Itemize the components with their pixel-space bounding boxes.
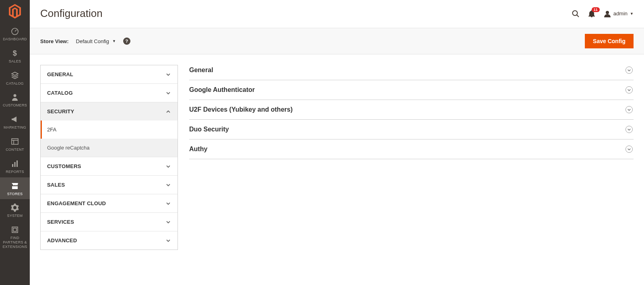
notification-badge: 11 (592, 7, 600, 12)
nav-item-label: SYSTEM (6, 214, 25, 218)
nav-item-label: REPORTS (4, 170, 25, 174)
customers-icon (10, 93, 19, 102)
chevron-down-icon (165, 238, 171, 243)
svg-text:$: $ (13, 49, 17, 57)
expand-icon (625, 146, 633, 153)
config-panels: GeneralGoogle AuthenticatorU2F Devices (… (189, 65, 634, 159)
config-nav-sublist: 2FAGoogle reCaptcha (41, 121, 178, 157)
config-panel-duo[interactable]: Duo Security (189, 120, 634, 139)
expand-icon (625, 67, 633, 74)
save-config-button[interactable]: Save Config (585, 34, 634, 48)
config-panel-general[interactable]: General (189, 65, 634, 80)
nav-item-dashboard[interactable]: DASHBOARD (0, 23, 30, 45)
config-panel-title: General (189, 67, 213, 74)
svg-point-13 (606, 11, 609, 14)
admin-user-menu[interactable]: admin ▼ (604, 10, 634, 17)
config-nav-header-sales[interactable]: SALES (41, 176, 178, 194)
svg-rect-6 (12, 164, 13, 167)
config-nav-group-general: GENERAL (41, 65, 178, 84)
store-view-value: Default Config (76, 38, 109, 44)
config-nav-group-engagement: ENGAGEMENT CLOUD (41, 194, 178, 213)
nav-item-sales[interactable]: $SALES (0, 45, 30, 67)
nav-item-label: FIND PARTNERS & EXTENSIONS (0, 236, 30, 249)
expand-icon (625, 106, 633, 113)
content-columns: GENERALCATALOGSECURITY2FAGoogle reCaptch… (30, 54, 644, 260)
nav-item-marketing[interactable]: MARKETING (0, 111, 30, 133)
config-panel-title: Duo Security (189, 126, 229, 133)
chevron-down-icon (165, 182, 171, 188)
config-nav-group-security: SECURITY2FAGoogle reCaptcha (41, 102, 178, 157)
marketing-icon (10, 115, 19, 124)
nav-item-system[interactable]: SYSTEM (0, 199, 30, 221)
chevron-down-icon (165, 90, 171, 96)
config-nav-header-label: ADVANCED (47, 237, 77, 243)
store-view-label: Store View: (40, 38, 69, 44)
nav-item-label: CUSTOMERS (1, 103, 29, 108)
config-nav-header-services[interactable]: SERVICES (41, 213, 178, 231)
config-panel-google_auth[interactable]: Google Authenticator (189, 80, 634, 100)
config-nav-header-advanced[interactable]: ADVANCED (41, 231, 178, 250)
config-nav-header-label: GENERAL (47, 71, 73, 77)
config-nav-header-label: CUSTOMERS (47, 163, 81, 169)
config-nav-item-2fa[interactable]: 2FA (41, 121, 178, 139)
svg-rect-7 (14, 162, 16, 167)
brand-logo[interactable] (0, 0, 30, 23)
sales-icon: $ (10, 49, 19, 58)
config-nav-header-label: SECURITY (47, 108, 74, 114)
config-nav-group-advanced: ADVANCED (41, 231, 178, 250)
page-title: Configuration (40, 7, 103, 20)
nav-item-stores[interactable]: STORES (0, 177, 30, 200)
catalog-icon (10, 71, 19, 80)
svg-rect-8 (17, 160, 18, 167)
chevron-down-icon (165, 219, 171, 225)
config-nav-header-catalog[interactable]: CATALOG (41, 84, 178, 102)
header-actions: 11 admin ▼ (572, 10, 634, 18)
nav-item-reports[interactable]: REPORTS (0, 155, 30, 177)
help-icon[interactable]: ? (123, 37, 130, 45)
nav-item-catalog[interactable]: CATALOG (0, 67, 30, 89)
nav-item-label: DASHBOARD (1, 37, 29, 42)
user-icon (604, 10, 611, 17)
config-nav-header-security[interactable]: SECURITY (41, 102, 178, 121)
nav-item-label: SALES (7, 59, 23, 64)
nav-item-content[interactable]: CONTENT (0, 133, 30, 155)
config-nav-header-customers[interactable]: CUSTOMERS (41, 157, 178, 175)
config-nav: GENERALCATALOGSECURITY2FAGoogle reCaptch… (40, 65, 178, 250)
content-icon (10, 137, 19, 146)
expand-icon (625, 126, 633, 133)
config-panel-u2f[interactable]: U2F Devices (Yubikey and others) (189, 100, 634, 120)
nav-item-partners[interactable]: FIND PARTNERS & EXTENSIONS (0, 221, 30, 252)
nav-item-label: CATALOG (4, 81, 25, 86)
chevron-up-icon (165, 109, 171, 114)
caret-down-icon: ▼ (630, 12, 634, 16)
store-view-scope: Store View: Default Config ▼ ? (40, 37, 130, 45)
nav-item-label: MARKETING (2, 125, 28, 130)
config-nav-header-label: ENGAGEMENT CLOUD (47, 200, 106, 206)
config-nav-group-services: SERVICES (41, 213, 178, 231)
notifications-bell[interactable]: 11 (588, 10, 596, 18)
config-nav-header-label: SALES (47, 182, 65, 188)
nav-item-customers[interactable]: CUSTOMERS (0, 89, 30, 111)
svg-rect-9 (12, 227, 18, 233)
search-icon[interactable] (572, 10, 580, 18)
chevron-down-icon (165, 72, 171, 77)
svg-point-2 (14, 94, 17, 97)
admin-username: admin (613, 10, 627, 17)
caret-down-icon: ▼ (112, 39, 116, 43)
system-icon (10, 203, 19, 212)
config-panel-title: Google Authenticator (189, 86, 255, 94)
store-view-select[interactable]: Default Config ▼ (76, 38, 116, 44)
config-panel-authy[interactable]: Authy (189, 139, 634, 159)
config-nav-item-recaptcha[interactable]: Google reCaptcha (41, 139, 178, 157)
dashboard-icon (10, 27, 19, 35)
expand-icon (625, 86, 633, 94)
nav-item-label: STORES (6, 192, 25, 196)
svg-rect-3 (12, 139, 18, 144)
chevron-down-icon (165, 201, 171, 206)
config-nav-group-customers: CUSTOMERS (41, 157, 178, 176)
config-nav-header-label: CATALOG (47, 90, 73, 96)
config-panel-title: Authy (189, 146, 207, 153)
magento-logo-icon (8, 4, 21, 19)
config-nav-header-general[interactable]: GENERAL (41, 65, 178, 83)
config-nav-header-engagement[interactable]: ENGAGEMENT CLOUD (41, 194, 178, 212)
